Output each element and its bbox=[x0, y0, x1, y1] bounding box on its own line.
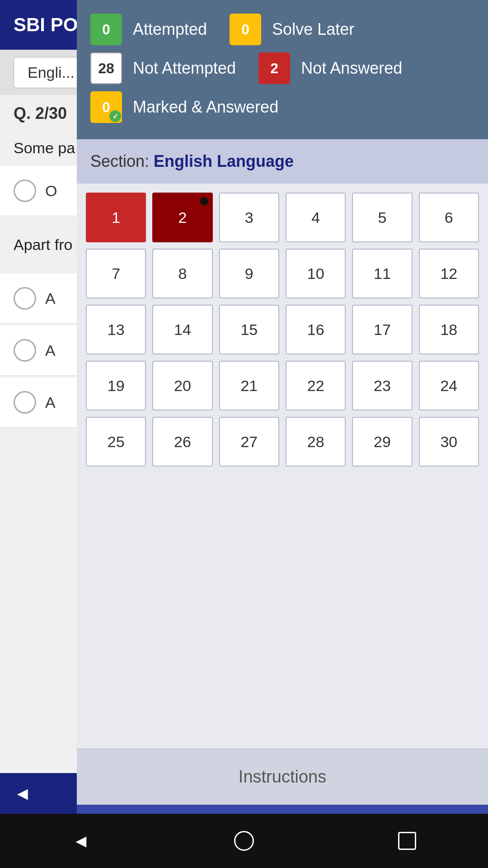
not-answered-badge: 2 bbox=[258, 52, 290, 84]
marked-check-icon: ✓ bbox=[109, 110, 121, 122]
question-cell-20[interactable]: 20 bbox=[152, 361, 212, 410]
attempted-label: Attempted bbox=[133, 20, 207, 39]
status-row-3: 0 ✓ Marked & Answered bbox=[90, 91, 474, 123]
question-grid-container: 1234567891011121314151617181920212223242… bbox=[77, 184, 488, 749]
status-section: 0 Attempted 0 Solve Later 28 Not Attempt… bbox=[77, 0, 488, 139]
section-label: Section: bbox=[90, 152, 149, 170]
android-nav-bar: ◄ bbox=[0, 814, 488, 868]
question-cell-14[interactable]: 14 bbox=[152, 305, 212, 354]
question-cell-19[interactable]: 19 bbox=[86, 361, 146, 410]
question-cell-21[interactable]: 21 bbox=[219, 361, 279, 410]
question-cell-16[interactable]: 16 bbox=[286, 305, 346, 354]
question-cell-9[interactable]: 9 bbox=[219, 249, 279, 298]
question-cell-30[interactable]: 30 bbox=[419, 417, 479, 467]
android-recent-button[interactable] bbox=[398, 832, 416, 850]
solve-later-badge: 0 bbox=[230, 14, 261, 45]
question-cell-8[interactable]: 8 bbox=[152, 249, 212, 298]
question-cell-23[interactable]: 23 bbox=[352, 361, 412, 410]
status-row-2: 28 Not Attempted 2 Not Answered bbox=[90, 52, 474, 84]
marked-answered-label: Marked & Answered bbox=[133, 98, 278, 117]
section-name: English Language bbox=[154, 152, 294, 170]
question-cell-10[interactable]: 10 bbox=[286, 249, 346, 298]
question-cell-12[interactable]: 12 bbox=[419, 249, 479, 298]
bg-radio-d bbox=[14, 391, 36, 414]
question-cell-11[interactable]: 11 bbox=[352, 249, 412, 298]
question-cell-17[interactable]: 17 bbox=[352, 305, 412, 354]
question-cell-7[interactable]: 7 bbox=[86, 249, 146, 298]
android-home-button[interactable] bbox=[234, 831, 254, 851]
bg-radio-b bbox=[14, 287, 36, 310]
question-cell-24[interactable]: 24 bbox=[419, 361, 479, 410]
question-cell-18[interactable]: 18 bbox=[419, 305, 479, 354]
not-answered-label: Not Answered bbox=[301, 59, 402, 78]
marked-answered-badge: 0 ✓ bbox=[90, 91, 122, 123]
status-row-1: 0 Attempted 0 Solve Later bbox=[90, 14, 474, 45]
question-cell-2[interactable]: 2 bbox=[152, 193, 212, 242]
bg-radio-a bbox=[14, 179, 36, 202]
current-indicator-dot bbox=[200, 197, 208, 205]
solve-later-label: Solve Later bbox=[272, 20, 354, 39]
not-attempted-label: Not Attempted bbox=[133, 59, 236, 78]
attempted-badge: 0 bbox=[90, 14, 122, 45]
not-attempted-badge: 28 bbox=[90, 52, 122, 84]
question-cell-22[interactable]: 22 bbox=[286, 361, 346, 410]
question-cell-25[interactable]: 25 bbox=[86, 417, 146, 467]
question-cell-15[interactable]: 15 bbox=[219, 305, 279, 354]
instructions-button[interactable]: Instructions bbox=[77, 749, 488, 805]
section-header: Section: English Language bbox=[77, 139, 488, 184]
question-cell-29[interactable]: 29 bbox=[352, 417, 412, 467]
question-cell-13[interactable]: 13 bbox=[86, 305, 146, 354]
overlay-panel: 0 Attempted 0 Solve Later 28 Not Attempt… bbox=[77, 0, 488, 868]
question-cell-27[interactable]: 27 bbox=[219, 417, 279, 467]
question-cell-1[interactable]: 1 bbox=[86, 193, 146, 242]
question-cell-26[interactable]: 26 bbox=[152, 417, 212, 467]
question-cell-6[interactable]: 6 bbox=[419, 193, 479, 242]
question-cell-3[interactable]: 3 bbox=[219, 193, 279, 242]
question-grid: 1234567891011121314151617181920212223242… bbox=[86, 193, 479, 467]
question-cell-28[interactable]: 28 bbox=[286, 417, 346, 467]
bg-prev-btn[interactable]: ◄ bbox=[14, 783, 32, 804]
android-back-button[interactable]: ◄ bbox=[72, 831, 90, 851]
bg-radio-c bbox=[14, 339, 36, 362]
question-cell-4[interactable]: 4 bbox=[286, 193, 346, 242]
question-cell-5[interactable]: 5 bbox=[352, 193, 412, 242]
